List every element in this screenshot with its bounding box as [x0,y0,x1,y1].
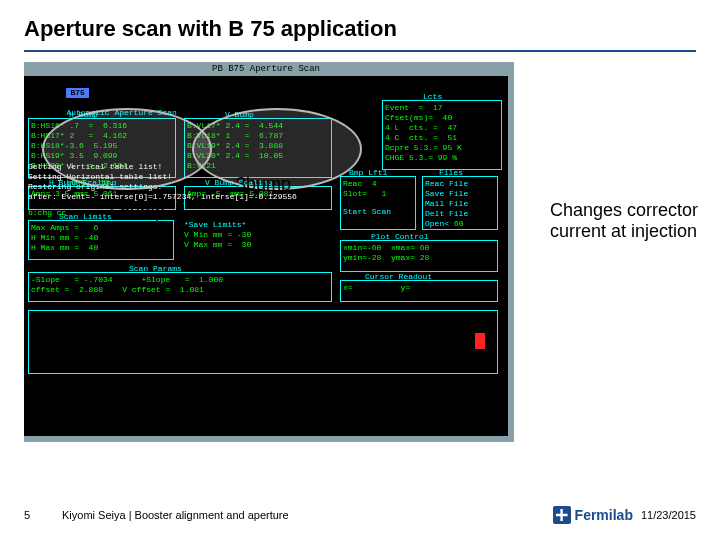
scan-param[interactable]: -Slope = -.7034 [31,275,113,284]
save-limits-title[interactable]: *Save Limits* [184,220,334,230]
hbump-row[interactable]: B:HS18*-3.6 5.195 [31,141,117,150]
lets-row: Cfset(ms)= 40 [385,113,499,123]
terminal-titlebar: PB B75 Aperture Scan [24,62,508,76]
menu-left[interactable]: B75 [66,88,88,98]
save-limit-row[interactable]: V Min mm = -30 [184,230,334,240]
plot-cursor[interactable] [475,333,485,349]
scan-limit-row[interactable]: H Max mm = 40 [31,243,171,253]
scan-param[interactable]: cffset = 2.888 [31,285,103,294]
command-input[interactable]: b:chg cc [28,208,66,218]
scan-limit-row[interactable]: Max Amps = 6 [31,223,171,233]
scan-param[interactable]: V cffset = 1.081 [122,285,204,294]
log-line: Getting Vertical table list! [28,162,504,172]
scan-limits-title: Scan Limits [59,212,112,222]
terminal-window: PB B75 Aperture Scan B75 Automatic Apert… [24,62,514,442]
fermilab-logo-icon [553,506,571,524]
lets-row: Event = 17 [385,103,499,113]
lets-row: 4 L cts. = 47 [385,123,499,133]
slide-title: Aperture scan with B 75 application [0,0,720,50]
lets-title: Lcts [423,92,442,102]
lets-row: 4 C cts. = 51 [385,133,499,143]
cursor-readout-title: Cursor Readout [365,272,432,282]
page-number: 5 [24,509,44,521]
title-rule [24,50,696,52]
scan-param[interactable]: +Slope = 1.000 [141,275,223,284]
plot-ctrl-row[interactable]: ymin=-28 ymax= 28 [343,253,495,263]
cursor-readout-line: x= y= [343,283,495,293]
scan-params-title: Scan Params [129,264,182,274]
annotation-label-3bump: 3bump [236,174,291,195]
vbump-row[interactable]: B:VL20* 2.4 = 10.05 [187,151,329,161]
hbump-row[interactable]: B:HS17* 2 = 4.162 [31,131,173,141]
vbump-row[interactable]: B:VL17* 2.4 = 4.544 [187,121,283,130]
hbump-title: H Bump [69,110,98,120]
save-limit-row[interactable]: V Max mm = 30 [184,240,334,250]
lets-row: Dcpre 5.3.= 95 K [385,143,499,153]
fermilab-logo: Fermilab [553,506,633,524]
open-button[interactable]: Open< [425,219,449,228]
scan-limit-row[interactable]: H Min mm = -40 [31,233,171,243]
plot-ctrl-row[interactable]: xmin=-60 xmax= 60 [343,243,495,253]
hbump-row[interactable]: B:HS19* 3.5 9.099 [31,151,117,160]
vbump-title: V Bump [225,110,254,120]
plot-ctrl-title: Plot Control [371,232,429,242]
open-val[interactable]: 60 [454,219,464,228]
files-row[interactable]: Delt File [425,209,495,219]
side-note: Changes corrector current at injection [550,200,710,242]
vbump-row[interactable]: B:VL19* 2.4 = 3.888 [187,141,329,151]
footer-credit: Kiyomi Seiya | Booster alignment and ape… [62,509,553,521]
start-scan-button[interactable]: Start Scan [343,207,391,216]
vbump-row[interactable]: B:VL18* 1 = 6.787 [187,131,329,141]
footer: 5 Kiyomi Seiya | Booster alignment and a… [0,500,720,530]
footer-date: 11/23/2015 [641,509,696,521]
annotation-label-5bump: 5bump [110,202,165,223]
hbump-row[interactable]: B:HS16* .7 = 6.316 [31,121,173,131]
